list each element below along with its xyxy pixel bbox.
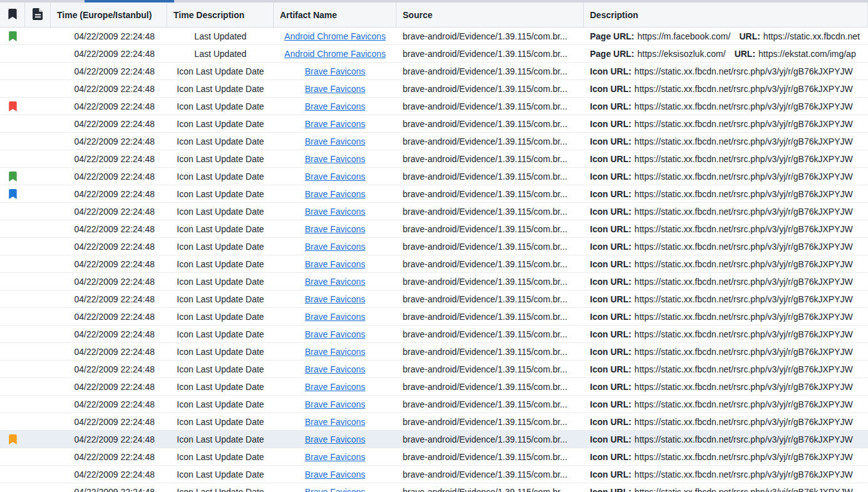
artifact-link[interactable]: Brave Favicons [305,329,365,339]
artifact-link[interactable]: Brave Favicons [305,399,365,409]
table-row[interactable]: 04/22/2009 22:24:48Icon Last Update Date… [0,413,868,431]
time-description-cell: Icon Last Update Date [167,273,274,290]
row-flag-cell[interactable] [0,396,25,413]
table-row[interactable]: 04/22/2009 22:24:48Icon Last Update Date… [0,290,868,308]
row-flag-cell[interactable] [0,466,25,483]
row-flag-cell[interactable] [0,483,25,492]
description-label: Icon URL: [590,207,631,217]
description-value: https://static.xx.fbcdn.net/rsrc.php/v3/… [634,66,853,76]
table-row[interactable]: 04/22/2009 22:24:48Icon Last Update Date… [0,396,868,413]
table-row[interactable]: 04/22/2009 22:24:48Icon Last Update Date… [0,115,868,133]
artifact-link[interactable]: Brave Favicons [305,189,365,199]
row-flag-cell[interactable] [0,238,25,255]
table-row[interactable]: 04/22/2009 22:24:48Icon Last Update Date… [0,361,868,378]
table-row[interactable]: 04/22/2009 22:24:48Icon Last Update Date… [0,343,868,361]
artifact-link[interactable]: Brave Favicons [305,434,365,444]
row-flag-cell[interactable] [0,413,25,430]
row-flag-cell[interactable] [0,290,25,307]
row-flag-bookmark-icon[interactable] [0,431,25,448]
artifact-link[interactable]: Brave Favicons [305,101,365,111]
table-row[interactable]: 04/22/2009 22:24:48Icon Last Update Date… [0,220,868,238]
row-flag-cell[interactable] [0,343,25,360]
artifact-link[interactable]: Brave Favicons [305,487,365,492]
time-cell: 04/22/2009 22:24:48 [51,483,167,492]
artifact-link[interactable]: Brave Favicons [305,259,365,269]
artifact-link[interactable]: Brave Favicons [305,312,365,322]
table-row[interactable]: 04/22/2009 22:24:48Last UpdatedAndroid C… [0,28,868,45]
table-row[interactable]: 04/22/2009 22:24:48Icon Last Update Date… [0,185,868,203]
table-row[interactable]: 04/22/2009 22:24:48Icon Last Update Date… [0,63,868,80]
time-cell: 04/22/2009 22:24:48 [51,115,167,132]
row-document-cell [25,98,51,115]
artifact-name-cell: Brave Favicons [274,98,396,115]
artifact-link[interactable]: Brave Favicons [305,469,365,479]
table-row[interactable]: 04/22/2009 22:24:48Icon Last Update Date… [0,325,868,343]
table-row[interactable]: 04/22/2009 22:24:48Icon Last Update Date… [0,431,868,448]
row-flag-cell[interactable] [0,325,25,342]
row-flag-bookmark-icon[interactable] [0,185,25,202]
artifact-link[interactable]: Brave Favicons [305,154,365,164]
artifact-link[interactable]: Brave Favicons [305,452,365,462]
column-header-document[interactable] [25,3,51,27]
row-flag-cell[interactable] [0,448,25,465]
row-flag-bookmark-icon[interactable] [0,98,25,115]
artifact-link[interactable]: Android Chrome Favicons [284,49,386,59]
row-flag-cell[interactable] [0,220,25,237]
table-row[interactable]: 04/22/2009 22:24:48Icon Last Update Date… [0,483,868,492]
artifact-link[interactable]: Brave Favicons [305,417,365,427]
table-row[interactable]: 04/22/2009 22:24:48Last UpdatedAndroid C… [0,45,868,63]
table-row[interactable]: 04/22/2009 22:24:48Icon Last Update Date… [0,448,868,466]
artifact-link[interactable]: Brave Favicons [305,224,365,234]
time-cell: 04/22/2009 22:24:48 [51,255,167,272]
row-flag-cell[interactable] [0,255,25,272]
time-description-cell: Icon Last Update Date [167,115,274,132]
row-flag-cell[interactable] [0,63,25,79]
table-row[interactable]: 04/22/2009 22:24:48Icon Last Update Date… [0,80,868,98]
artifact-link[interactable]: Brave Favicons [305,84,365,94]
artifact-name-cell: Brave Favicons [274,431,396,448]
row-flag-cell[interactable] [0,273,25,290]
description-pair: Icon URL:https://static.xx.fbcdn.net/rsr… [590,224,853,234]
row-flag-cell[interactable] [0,45,25,62]
artifact-link[interactable]: Brave Favicons [305,66,365,76]
table-row[interactable]: 04/22/2009 22:24:48Icon Last Update Date… [0,150,868,168]
column-header-time[interactable]: Time (Europe/Istanbul) [51,3,167,27]
artifact-link[interactable]: Brave Favicons [305,172,365,182]
row-flag-cell[interactable] [0,115,25,132]
column-header-description[interactable]: Description [584,3,868,27]
table-row[interactable]: 04/22/2009 22:24:48Icon Last Update Date… [0,308,868,325]
row-flag-cell[interactable] [0,80,25,97]
table-row[interactable]: 04/22/2009 22:24:48Icon Last Update Date… [0,255,868,273]
column-header-time-description[interactable]: Time Description [167,3,274,27]
artifact-link[interactable]: Brave Favicons [305,382,365,392]
row-flag-cell[interactable] [0,308,25,325]
table-row[interactable]: 04/22/2009 22:24:48Icon Last Update Date… [0,238,868,255]
artifact-link[interactable]: Android Chrome Favicons [284,31,386,41]
artifact-link[interactable]: Brave Favicons [305,207,365,217]
row-flag-bookmark-icon[interactable] [0,168,25,185]
table-row[interactable]: 04/22/2009 22:24:48Icon Last Update Date… [0,466,868,483]
row-flag-cell[interactable] [0,361,25,377]
row-flag-cell[interactable] [0,203,25,220]
table-row[interactable]: 04/22/2009 22:24:48Icon Last Update Date… [0,203,868,220]
row-flag-cell[interactable] [0,150,25,167]
artifact-link[interactable]: Brave Favicons [305,136,365,146]
artifact-link[interactable]: Brave Favicons [305,119,365,129]
table-row[interactable]: 04/22/2009 22:24:48Icon Last Update Date… [0,378,868,396]
table-row[interactable]: 04/22/2009 22:24:48Icon Last Update Date… [0,168,868,185]
column-header-flag[interactable] [0,3,25,27]
row-flag-cell[interactable] [0,378,25,395]
artifact-link[interactable]: Brave Favicons [305,242,365,252]
row-flag-bookmark-icon[interactable] [0,28,25,44]
table-row[interactable]: 04/22/2009 22:24:48Icon Last Update Date… [0,98,868,115]
column-header-source[interactable]: Source [396,3,584,27]
artifact-link[interactable]: Brave Favicons [305,347,365,357]
artifact-link[interactable]: Brave Favicons [305,364,365,374]
artifact-link[interactable]: Brave Favicons [305,277,365,287]
document-icon [33,8,43,22]
row-flag-cell[interactable] [0,133,25,150]
table-row[interactable]: 04/22/2009 22:24:48Icon Last Update Date… [0,273,868,290]
table-row[interactable]: 04/22/2009 22:24:48Icon Last Update Date… [0,133,868,150]
artifact-link[interactable]: Brave Favicons [305,294,365,304]
column-header-artifact-name[interactable]: Artifact Name [274,3,396,27]
